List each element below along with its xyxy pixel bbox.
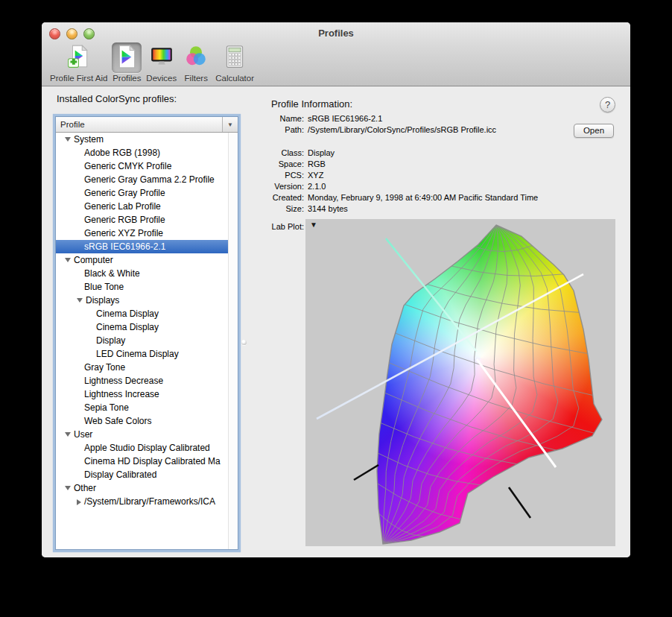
tree-row[interactable]: Gray Tone xyxy=(56,361,238,374)
tree-row[interactable]: Lightness Increase xyxy=(56,387,238,401)
tree-row-label: Displays xyxy=(86,295,119,306)
tree-row-label: sRGB IEC61966-2.1 xyxy=(84,241,165,252)
disclosure-triangle-open-icon[interactable] xyxy=(65,432,71,437)
tree-row-label: User xyxy=(74,429,92,440)
toolbar-item-profile-first-aid[interactable]: Profile First Aid xyxy=(48,42,110,83)
tree-row[interactable]: Generic Lab Profile xyxy=(56,200,238,213)
splitter-handle[interactable] xyxy=(241,340,247,345)
profile-tree: SystemAdobe RGB (1998)Generic CMYK Profi… xyxy=(56,133,238,549)
field-label: Space: xyxy=(265,159,304,170)
tree-row-label: Black & White xyxy=(84,268,140,279)
toolbar-item-label: Filters xyxy=(185,74,208,83)
tree-row-label: Generic XYZ Profile xyxy=(84,228,163,238)
toolbar-item-calculator[interactable]: Calculator xyxy=(213,42,256,83)
tree-row[interactable]: /System/Library/Frameworks/ICA xyxy=(56,495,238,508)
field-label: Class: xyxy=(265,148,304,159)
tree-row[interactable]: Generic Gray Profile xyxy=(56,186,238,200)
disclosure-triangle-open-icon[interactable] xyxy=(77,298,83,303)
tree-row[interactable]: Generic RGB Profile xyxy=(56,213,238,227)
field-value: Display xyxy=(308,148,335,159)
tree-row-label: Display xyxy=(96,335,125,346)
tree-row[interactable]: Display Calibrated xyxy=(56,468,238,481)
toolbar-item-label: Profile First Aid xyxy=(50,74,107,83)
display-icon xyxy=(149,44,174,72)
info-field: Size: 3144 bytes xyxy=(265,203,569,215)
field-value: Monday, February 9, 1998 at 6:49:00 AM P… xyxy=(308,192,538,203)
field-label: Created: xyxy=(265,192,304,203)
profile-first-aid-icon xyxy=(66,44,92,72)
tree-row-label: Adobe RGB (1998) xyxy=(84,148,160,158)
window-chrome: Profiles Profile First Aid Profiles Devi… xyxy=(42,22,630,86)
tree-row-label: Cinema Display xyxy=(96,322,159,332)
tree-row-label: Cinema HD Display Calibrated Ma xyxy=(84,456,221,466)
overlapping-circles-icon xyxy=(183,44,209,72)
field-value: 2.1.0 xyxy=(308,181,326,192)
tree-row[interactable]: Generic Gray Gamma 2.2 Profile xyxy=(56,173,238,186)
tree-row[interactable]: Apple Studio Display Calibrated xyxy=(56,441,238,455)
info-field: Created: Monday, February 9, 1998 at 6:4… xyxy=(265,192,569,203)
tree-row-label: Generic Gray Gamma 2.2 Profile xyxy=(84,174,215,185)
disclosure-triangle-open-icon[interactable] xyxy=(65,486,71,490)
tree-row[interactable]: Computer xyxy=(56,253,238,267)
tree-row[interactable]: Display xyxy=(56,334,238,347)
sidebar-heading: Installed ColorSync profiles: xyxy=(57,93,177,104)
tree-row-label: Generic CMYK Profile xyxy=(84,161,171,171)
help-button[interactable]: ? xyxy=(600,97,615,113)
tree-row[interactable]: Displays xyxy=(56,294,238,307)
tree-row-label: Cinema Display xyxy=(96,308,159,319)
field-label: Version: xyxy=(265,181,304,192)
toolbar-item-label: Devices xyxy=(146,74,177,83)
tree-row[interactable]: Web Safe Colors xyxy=(56,414,238,428)
tree-row-label: Other xyxy=(74,483,96,493)
tree-row[interactable]: Cinema Display xyxy=(56,320,238,334)
tree-row[interactable]: System xyxy=(56,133,238,146)
info-field: Version: 2.1.0 xyxy=(265,181,569,192)
column-options-dropdown[interactable]: ▼ xyxy=(222,117,238,132)
lab-plot-canvas[interactable]: ▼ xyxy=(305,219,615,546)
column-header-profile[interactable]: Profile xyxy=(56,117,222,132)
info-field: Class: Display xyxy=(265,148,569,159)
tree-row[interactable]: Cinema Display xyxy=(56,307,238,320)
tree-row-label: /System/Library/Frameworks/ICA xyxy=(84,496,215,507)
toolbar-item-profiles[interactable]: Profiles xyxy=(110,42,144,83)
tree-row[interactable]: Black & White xyxy=(56,267,238,280)
toolbar-item-devices[interactable]: Devices xyxy=(144,42,179,83)
info-field: Path: /System/Library/ColorSync/Profiles… xyxy=(265,124,569,136)
chevron-down-icon: ▼ xyxy=(227,121,233,128)
profile-fields: Name: sRGB IEC61966-2.1Path: /System/Lib… xyxy=(265,113,569,215)
tree-row[interactable]: User xyxy=(56,428,238,441)
field-label: Path: xyxy=(265,124,304,136)
profile-information-heading: Profile Information: xyxy=(271,98,352,110)
tree-row[interactable]: Generic CMYK Profile xyxy=(56,159,238,173)
tree-row[interactable]: Other xyxy=(56,481,238,495)
info-field: Space: RGB xyxy=(265,159,569,170)
disclosure-triangle-closed-icon[interactable] xyxy=(77,499,81,505)
tree-row-label: Computer xyxy=(74,255,113,265)
tree-row-label: System xyxy=(74,134,104,145)
disclosure-triangle-open-icon[interactable] xyxy=(65,258,71,262)
field-label: Name: xyxy=(265,113,304,124)
tree-row-label: Gray Tone xyxy=(84,362,125,373)
tree-row[interactable]: Cinema HD Display Calibrated Ma xyxy=(56,455,238,468)
disclosure-triangle-open-icon[interactable] xyxy=(65,137,71,142)
tree-row[interactable]: LED Cinema Display xyxy=(56,347,238,361)
plot-options-disclosure[interactable]: ▼ xyxy=(310,221,317,229)
open-button[interactable]: Open xyxy=(574,124,614,138)
tree-row-selected[interactable]: sRGB IEC61966-2.1 xyxy=(56,240,228,253)
tree-row[interactable]: Sepia Tone xyxy=(56,401,238,414)
field-value: /System/Library/ColorSync/Profiles/sRGB … xyxy=(308,124,496,136)
tree-row-label: Generic RGB Profile xyxy=(84,215,165,225)
tree-row-label: Lightness Decrease xyxy=(84,376,163,386)
gamut-mesh-overlay xyxy=(305,219,615,546)
profile-list-header: Profile ▼ xyxy=(56,117,238,133)
calculator-icon xyxy=(222,44,247,72)
title-bar[interactable]: Profiles xyxy=(42,22,630,43)
lab-plot-label: Lab Plot: xyxy=(265,222,304,231)
info-field: Name: sRGB IEC61966-2.1 xyxy=(265,113,569,124)
toolbar-item-filters[interactable]: Filters xyxy=(179,42,213,83)
tree-row[interactable]: Generic XYZ Profile xyxy=(56,227,238,240)
tree-row[interactable]: Lightness Decrease xyxy=(56,374,238,387)
tree-row[interactable]: Adobe RGB (1998) xyxy=(56,146,238,159)
field-label: PCS: xyxy=(265,170,304,181)
tree-row[interactable]: Blue Tone xyxy=(56,280,238,294)
